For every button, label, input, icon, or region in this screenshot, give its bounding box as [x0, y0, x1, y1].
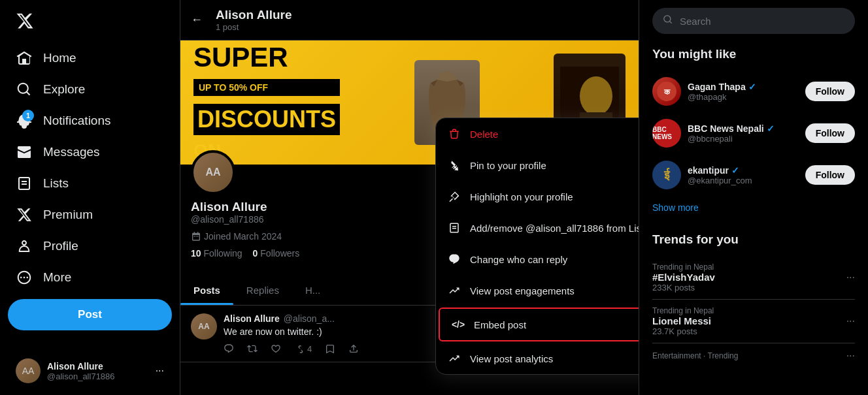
trends-title: Trends for you: [652, 232, 855, 247]
bbc-info: BBC News Nepali ✓ @bbcnepali: [688, 123, 799, 144]
trend-elvish-tag: #ElvishYadav: [652, 272, 715, 283]
highlight-label: Highlight on your profile: [470, 191, 573, 202]
search-input[interactable]: [680, 16, 844, 27]
show-more-link[interactable]: Show more: [652, 196, 855, 219]
change-reply-label: Change who can reply: [470, 254, 567, 265]
svg-point-1: [580, 76, 612, 116]
cover-badge-text: UP TO 50% OFF: [199, 82, 268, 93]
gagan-verified-icon: ✓: [748, 82, 756, 92]
followers-count: 0 Followers: [253, 248, 300, 259]
trend-messi-more-icon[interactable]: ···: [846, 315, 855, 327]
cover-super-text: SUPER: [193, 44, 340, 71]
trash-icon: [448, 127, 461, 140]
search-bar[interactable]: [652, 8, 855, 34]
ekantipur-verified-icon: ✓: [731, 165, 739, 176]
ekantipur-info: ekantipur ✓ @ekantipur_com: [688, 165, 799, 185]
trend-elvish-location: Trending in Nepal: [652, 262, 715, 272]
context-menu-view-analytics[interactable]: View post analytics: [436, 343, 639, 374]
sidebar-item-notifications-label: Notifications: [43, 114, 111, 128]
tab-posts[interactable]: Posts: [180, 276, 233, 305]
analytics-icon: [448, 352, 461, 365]
analytics-action[interactable]: 4: [294, 343, 312, 354]
sidebar-item-explore[interactable]: Explore: [8, 74, 172, 104]
sidebar-item-home-label: Home: [43, 51, 76, 65]
retweet-action[interactable]: [247, 343, 258, 354]
more-circle-icon: [16, 269, 33, 286]
sidebar-item-premium[interactable]: Premium: [8, 200, 172, 230]
like-action[interactable]: [271, 343, 281, 354]
context-menu-view-engagements[interactable]: View post engagements: [436, 275, 639, 306]
sidebar-item-profile[interactable]: Profile: [8, 231, 172, 261]
trend-elvish-header: Trending in Nepal #ElvishYadav 233K post…: [652, 262, 855, 292]
context-menu-add-lists[interactable]: Add/remove @alison_all71886 from Lists: [436, 212, 639, 244]
context-menu-highlight[interactable]: Highlight on your profile: [436, 181, 639, 212]
bbc-avatar: BBC NEWS: [652, 119, 681, 148]
view-analytics-label: View post analytics: [470, 353, 553, 364]
follow-gagan-button[interactable]: Follow: [805, 82, 855, 101]
profile-header-bar: ← Alison Allure 1 post: [180, 0, 639, 40]
sidebar-user-handle: @alison_all71886: [47, 371, 149, 381]
cover-discounts-text: DISCOUNTS: [193, 104, 340, 134]
profile-header-title: Alison Allure: [216, 8, 292, 22]
add-lists-label: Add/remove @alison_all71886 from Lists: [470, 223, 639, 234]
profile-header-info: Alison Allure 1 post: [216, 8, 292, 32]
sidebar-footer-user[interactable]: AA Alison Allure @alison_all71886 ···: [8, 352, 172, 390]
ekantipur-avatar: ई: [652, 161, 681, 189]
sidebar-item-notifications[interactable]: 1 Notifications: [8, 106, 172, 136]
sidebar-item-explore-label: Explore: [43, 82, 85, 97]
reply-icon: [448, 253, 461, 266]
delete-label: Delete: [470, 129, 498, 140]
trend-messi-header: Trending in Nepal Lionel Messi 23.7K pos…: [652, 306, 855, 336]
svg-text:क: क: [663, 87, 671, 97]
sidebar-item-home[interactable]: Home: [8, 43, 172, 73]
post-author-name: Alison Allure: [224, 313, 280, 324]
view-engagements-label: View post engagements: [470, 285, 575, 296]
trend-messi-count: 23.7K posts: [652, 326, 714, 336]
profile-joined-text: Joined March 2024: [204, 231, 282, 242]
trends-section: Trends for you Trending in Nepal #Elvish…: [652, 232, 855, 368]
explore-icon: [16, 81, 33, 98]
trend-elvish-more-icon[interactable]: ···: [846, 272, 855, 283]
post-button[interactable]: Post: [8, 299, 172, 330]
sidebar-user-name: Alison Allure: [47, 361, 149, 371]
follow-ekantipur-button[interactable]: Follow: [805, 165, 855, 185]
cover-text-area: SUPER UP TO 50% OFF DISCOUNTS ON: [193, 44, 340, 161]
context-menu-pin[interactable]: Pin to your profile: [436, 150, 639, 181]
bbc-name: BBC News Nepali ✓: [688, 123, 799, 134]
cover-badge: UP TO 50% OFF: [193, 79, 340, 96]
following-count: 10 Following: [191, 248, 242, 259]
sidebar-item-profile-label: Profile: [43, 239, 78, 253]
sidebar-item-lists-label: Lists: [43, 176, 69, 191]
sidebar-item-messages[interactable]: Messages: [8, 137, 172, 167]
trend-item-entertainment[interactable]: Entertainment · Trending ···: [652, 343, 855, 368]
context-menu-change-reply[interactable]: Change who can reply: [436, 244, 639, 275]
tab-replies[interactable]: Replies: [233, 276, 292, 305]
x-logo[interactable]: [8, 5, 172, 39]
tab-highlights[interactable]: H...: [292, 276, 333, 305]
follow-bbc-button[interactable]: Follow: [805, 123, 855, 143]
user-icon: [16, 238, 33, 255]
bookmark-action[interactable]: [325, 343, 335, 354]
back-button[interactable]: ←: [191, 13, 203, 27]
sidebar-item-more[interactable]: More: [8, 262, 172, 292]
analytics-count: 4: [307, 344, 312, 354]
engagements-icon: [448, 284, 461, 297]
share-action[interactable]: [348, 343, 359, 354]
trend-item-messi[interactable]: Trending in Nepal Lionel Messi 23.7K pos…: [652, 300, 855, 343]
post-author-handle: @alison_a...: [284, 313, 335, 324]
trend-entertainment-more-icon[interactable]: ···: [846, 350, 855, 362]
context-menu-delete[interactable]: Delete: [436, 118, 639, 150]
ekantipur-handle: @ekantipur_com: [688, 176, 799, 185]
trend-item-elvish[interactable]: Trending in Nepal #ElvishYadav 233K post…: [652, 256, 855, 300]
trend-elvish-count: 233K posts: [652, 283, 715, 292]
notification-badge: 1: [22, 110, 34, 121]
trend-messi-tag: Lionel Messi: [652, 315, 714, 326]
sidebar-item-lists[interactable]: Lists: [8, 168, 172, 198]
trend-entertainment-info: Entertainment · Trending: [652, 351, 738, 360]
context-menu-embed[interactable]: </> Embed post: [439, 308, 639, 341]
sidebar-user-avatar: AA: [16, 358, 41, 383]
list-icon: [16, 175, 33, 192]
sidebar-user-more-icon: ···: [156, 365, 164, 377]
reply-action[interactable]: [224, 343, 234, 354]
profile-header-subtitle: 1 post: [216, 22, 292, 32]
